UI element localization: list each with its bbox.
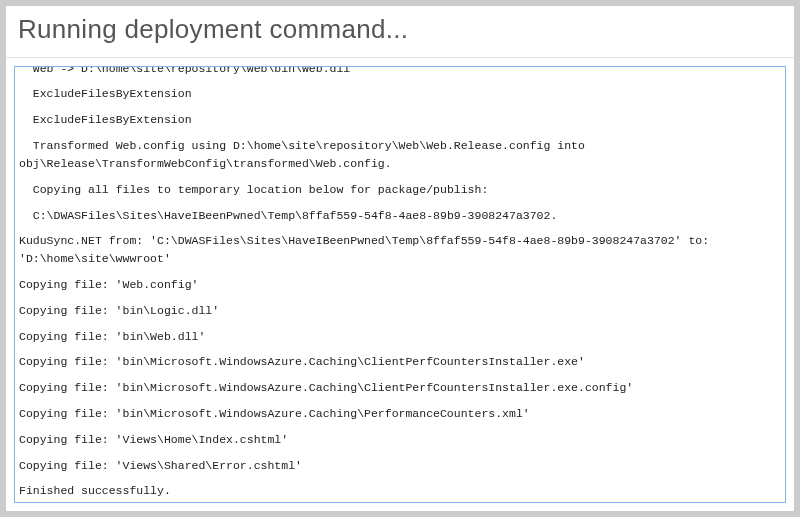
blank-line — [19, 129, 781, 137]
blank-line — [19, 345, 781, 353]
log-line: Finished successfully. — [19, 482, 781, 500]
log-line: Copying file: 'bin\Microsoft.WindowsAzur… — [19, 405, 781, 423]
blank-line — [19, 294, 781, 302]
blank-line — [19, 173, 781, 181]
log-line: Transformed Web.config using D:\home\sit… — [19, 137, 781, 173]
console-wrapper: installing the appropriate .NET Framewor… — [6, 58, 794, 511]
log-line: ExcludeFilesByExtension — [19, 85, 781, 103]
log-line: Copying file: 'Views\Shared\Error.cshtml… — [19, 457, 781, 475]
log-line: Copying file: 'bin\Microsoft.WindowsAzur… — [19, 379, 781, 397]
page-title: Running deployment command... — [18, 14, 782, 45]
log-line: Copying all files to temporary location … — [19, 181, 781, 199]
deployment-window: Running deployment command... installing… — [5, 5, 795, 512]
blank-line — [19, 199, 781, 207]
blank-line — [19, 320, 781, 328]
blank-line — [19, 268, 781, 276]
blank-line — [19, 224, 781, 232]
window-header: Running deployment command... — [6, 6, 794, 58]
blank-line — [19, 77, 781, 85]
log-line: Copying file: 'Web.config' — [19, 276, 781, 294]
log-line: Copying file: 'bin\Logic.dll' — [19, 302, 781, 320]
deployment-log-console[interactable]: installing the appropriate .NET Framewor… — [14, 66, 786, 503]
blank-line — [19, 423, 781, 431]
blank-line — [19, 103, 781, 111]
blank-line — [19, 474, 781, 482]
log-line: Copying file: 'Views\Home\Index.cshtml' — [19, 431, 781, 449]
blank-line — [19, 449, 781, 457]
log-line: C:\DWASFiles\Sites\HaveIBeenPwned\Temp\8… — [19, 207, 781, 225]
log-line: Copying file: 'bin\Web.dll' — [19, 328, 781, 346]
log-line: Web -> D:\home\site\repository\Web\bin\W… — [19, 66, 781, 77]
blank-line — [19, 397, 781, 405]
log-line: ExcludeFilesByExtension — [19, 111, 781, 129]
blank-line — [19, 371, 781, 379]
log-line: KuduSync.NET from: 'C:\DWASFiles\Sites\H… — [19, 232, 781, 268]
log-line: Copying file: 'bin\Microsoft.WindowsAzur… — [19, 353, 781, 371]
